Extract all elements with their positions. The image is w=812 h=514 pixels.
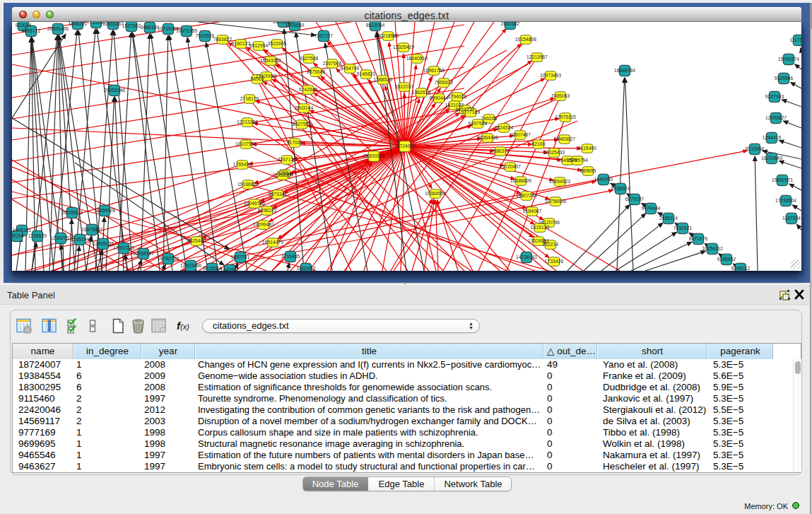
svg-text:10975887: 10975887 xyxy=(81,227,102,232)
svg-text:10025433: 10025433 xyxy=(543,150,565,155)
svg-text:12325419: 12325419 xyxy=(393,45,414,49)
svg-text:18463627: 18463627 xyxy=(554,136,575,141)
svg-text:1733426: 1733426 xyxy=(545,259,564,264)
svg-text:2935114: 2935114 xyxy=(659,216,678,221)
svg-text:8427552: 8427552 xyxy=(293,122,312,127)
svg-text:3522605: 3522605 xyxy=(268,41,287,46)
svg-text:17957223: 17957223 xyxy=(113,245,134,250)
svg-text:14136141: 14136141 xyxy=(516,255,537,259)
svg-text:10756928: 10756928 xyxy=(545,199,566,204)
svg-text:17975115: 17975115 xyxy=(555,115,576,119)
svg-text:9498222: 9498222 xyxy=(258,208,277,213)
svg-text:16961758: 16961758 xyxy=(423,68,445,73)
svg-text:6879197: 6879197 xyxy=(625,197,645,201)
svg-text:9242848: 9242848 xyxy=(299,87,318,92)
svg-text:10218586: 10218586 xyxy=(377,33,399,38)
svg-text:6466160: 6466160 xyxy=(141,25,160,30)
svg-text:2803144: 2803144 xyxy=(295,105,314,110)
svg-text:933014: 933014 xyxy=(16,23,32,28)
svg-text:10958107: 10958107 xyxy=(133,251,154,256)
svg-text:1042502: 1042502 xyxy=(220,267,240,271)
svg-text:16914479: 16914479 xyxy=(262,240,283,245)
svg-text:7485063: 7485063 xyxy=(551,93,570,98)
svg-text:1203550: 1203550 xyxy=(286,23,305,28)
svg-text:7515526: 7515526 xyxy=(196,33,215,38)
svg-text:9146821: 9146821 xyxy=(357,71,376,76)
svg-text:1640950: 1640950 xyxy=(594,177,613,182)
svg-text:11353594: 11353594 xyxy=(272,173,293,177)
svg-text:12093827: 12093827 xyxy=(765,115,787,120)
svg-text:9327508: 9327508 xyxy=(300,56,319,61)
svg-text:7955812: 7955812 xyxy=(435,80,454,85)
svg-text:1244415: 1244415 xyxy=(763,135,782,140)
svg-text:7386372: 7386372 xyxy=(491,148,510,153)
svg-text:12342757: 12342757 xyxy=(50,235,71,240)
svg-text:18640910: 18640910 xyxy=(406,56,428,61)
svg-text:8215958: 8215958 xyxy=(746,146,765,151)
svg-text:1086201: 1086201 xyxy=(69,22,88,26)
svg-text:417006: 417006 xyxy=(287,140,303,145)
svg-text:15751074: 15751074 xyxy=(778,57,799,62)
svg-text:12213383: 12213383 xyxy=(237,119,258,124)
svg-text:1167534: 1167534 xyxy=(782,216,801,221)
svg-text:1117530: 1117530 xyxy=(789,37,801,42)
svg-text:9474444: 9474444 xyxy=(642,206,661,211)
svg-text:62160: 62160 xyxy=(532,141,546,146)
svg-text:8454749: 8454749 xyxy=(341,66,360,71)
svg-text:19384554: 19384554 xyxy=(425,191,446,196)
svg-text:12213967: 12213967 xyxy=(526,54,548,59)
svg-text:1527602: 1527602 xyxy=(122,23,141,28)
svg-text:9184067: 9184067 xyxy=(523,209,542,214)
svg-text:5322037: 5322037 xyxy=(395,84,414,89)
svg-text:6497568: 6497568 xyxy=(469,121,488,126)
svg-text:8471676: 8471676 xyxy=(689,236,708,241)
svg-text:18724007: 18724007 xyxy=(394,144,416,148)
svg-text:20691406: 20691406 xyxy=(47,26,69,31)
svg-text:1075301: 1075301 xyxy=(13,228,32,233)
svg-text:1588520: 1588520 xyxy=(374,77,393,82)
svg-text:17016504: 17016504 xyxy=(775,198,796,203)
svg-text:10688609: 10688609 xyxy=(510,178,531,183)
svg-text:9857791: 9857791 xyxy=(231,255,250,259)
svg-text:7632621: 7632621 xyxy=(673,226,693,230)
svg-text:3267130: 3267130 xyxy=(278,157,297,162)
svg-text:15495794: 15495794 xyxy=(567,158,588,163)
svg-text:6794028: 6794028 xyxy=(448,94,467,99)
svg-text:3875645: 3875645 xyxy=(307,69,326,74)
svg-text:8938924: 8938924 xyxy=(611,186,630,191)
svg-text:9227343: 9227343 xyxy=(765,94,784,99)
svg-text:9245652: 9245652 xyxy=(717,257,736,262)
svg-text:20206576: 20206576 xyxy=(61,210,83,215)
svg-text:16648784: 16648784 xyxy=(614,68,635,73)
svg-text:19654923: 19654923 xyxy=(549,179,570,184)
svg-text:16543382: 16543382 xyxy=(260,58,281,63)
svg-text:8613054: 8613054 xyxy=(366,23,385,28)
svg-text:1145194: 1145194 xyxy=(71,237,89,242)
svg-text:8873342: 8873342 xyxy=(269,192,288,197)
svg-text:98965: 98965 xyxy=(251,76,264,81)
svg-text:1156829: 1156829 xyxy=(28,233,47,238)
svg-text:10154808: 10154808 xyxy=(515,37,536,42)
svg-text:12923446: 12923446 xyxy=(180,263,201,268)
svg-text:7357227: 7357227 xyxy=(314,33,334,38)
svg-text:3716485: 3716485 xyxy=(281,254,300,259)
svg-text:9245012: 9245012 xyxy=(731,266,751,271)
svg-text:889695: 889695 xyxy=(580,168,596,173)
svg-text:1692450: 1692450 xyxy=(297,266,316,271)
svg-text:746206: 746206 xyxy=(481,116,498,121)
svg-text:2718176: 2718176 xyxy=(240,96,259,101)
svg-text:9015584: 9015584 xyxy=(203,266,222,271)
svg-text:10973493: 10973493 xyxy=(540,73,561,78)
svg-text:1765498: 1765498 xyxy=(233,162,252,167)
svg-text:9115400: 9115400 xyxy=(578,146,596,151)
svg-text:19166825: 19166825 xyxy=(237,182,259,187)
svg-text:15692971: 15692971 xyxy=(772,177,793,182)
svg-text:10654112: 10654112 xyxy=(702,246,723,251)
svg-text:1362615: 1362615 xyxy=(412,90,431,95)
svg-text:1615132: 1615132 xyxy=(531,225,550,230)
svg-text:12505135: 12505135 xyxy=(93,241,114,246)
svg-text:16210643: 16210643 xyxy=(761,156,782,160)
svg-text:7625402: 7625402 xyxy=(187,238,206,243)
svg-text:10607487: 10607487 xyxy=(510,132,531,137)
svg-text:16782759: 16782759 xyxy=(158,256,179,261)
